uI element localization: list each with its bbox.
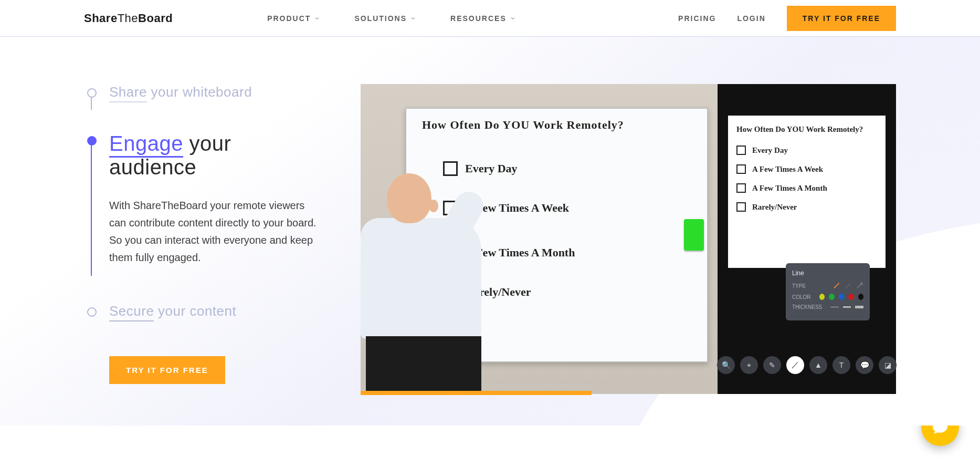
nav-resources[interactable]: RESOURCES xyxy=(450,14,516,23)
popover-thickness-row: THICKNESS xyxy=(792,304,863,310)
eraser-tool-icon[interactable]: ◪ xyxy=(879,356,897,374)
digital-whiteboard: How Often Do YOU Work Remotely? Every Da… xyxy=(728,116,886,268)
app-preview: How Often Do YOU Work Remotely? Every Da… xyxy=(718,84,896,394)
timeline-engage-body: With ShareTheBoard your remote viewers c… xyxy=(109,197,319,266)
timeline-secure[interactable]: Secure your content xyxy=(84,303,324,319)
digital-question: How Often Do YOU Work Remotely? xyxy=(736,125,877,134)
color-swatch[interactable] xyxy=(829,294,834,300)
color-swatch[interactable] xyxy=(858,294,863,300)
customer-stories-section: CUSTOMER STORIES xyxy=(0,426,980,467)
nav-product[interactable]: PRODUCT xyxy=(267,14,320,23)
line-dash-icon[interactable] xyxy=(845,282,852,289)
comment-icon[interactable]: 💬 xyxy=(856,356,873,374)
target-icon[interactable]: ⌖ xyxy=(740,356,758,374)
digital-option-4: Rarely/Never xyxy=(736,202,877,212)
shapes-icon[interactable]: ▲ xyxy=(809,356,827,374)
chat-bubble-icon xyxy=(931,418,949,436)
nav-pricing[interactable]: PRICING xyxy=(678,14,716,23)
checkbox-icon xyxy=(736,202,746,212)
hero-media: How Often Do YOU Work Remotely? Every Da… xyxy=(361,84,896,394)
checkbox-icon xyxy=(736,146,746,155)
line-solid-icon[interactable] xyxy=(833,282,840,289)
nav-primary: PRODUCT SOLUTIONS RESOURCES xyxy=(267,14,516,23)
popover-title: Line xyxy=(792,269,863,277)
svg-line-1 xyxy=(846,283,851,288)
thickness-thick-icon[interactable] xyxy=(855,306,863,308)
nav-resources-label: RESOURCES xyxy=(450,14,507,23)
digital-option-2: A Few Times A Week xyxy=(736,164,877,174)
zoom-icon[interactable]: 🔍 xyxy=(717,356,735,374)
presenter-figure xyxy=(361,168,508,394)
timeline-connector xyxy=(91,146,92,276)
color-swatch[interactable] xyxy=(819,294,825,300)
hero-section: Share your whiteboard Engage your audien… xyxy=(0,37,980,426)
digital-option-1: Every Day xyxy=(736,146,877,155)
color-swatch[interactable] xyxy=(848,294,853,300)
top-nav: ShareTheBoard PRODUCT SOLUTIONS RESOURCE… xyxy=(0,0,980,37)
timeline-secure-title: Secure your content xyxy=(109,303,324,319)
nav-right: PRICING LOGIN TRY IT FOR FREE xyxy=(678,6,896,31)
nav-login[interactable]: LOGIN xyxy=(737,14,765,23)
svg-line-0 xyxy=(834,283,839,288)
logo-part3: Board xyxy=(138,12,173,25)
accent-bar xyxy=(361,391,592,395)
chat-launcher[interactable] xyxy=(921,408,959,446)
timeline-secure-accent: Secure xyxy=(109,303,154,321)
timeline-engage[interactable]: Engage your audience With ShareTheBoard … xyxy=(84,132,324,266)
text-tool-icon[interactable]: T xyxy=(833,356,850,374)
timeline-share-title: Share your whiteboard xyxy=(109,84,324,100)
toolbar: 🔍 ⌖ ✎ ／ ▲ T 💬 ◪ xyxy=(717,356,897,374)
timeline-share[interactable]: Share your whiteboard xyxy=(84,84,324,100)
chevron-down-icon xyxy=(410,15,416,22)
popover-color-row: COLOR xyxy=(792,294,863,300)
nav-product-label: PRODUCT xyxy=(267,14,311,23)
whiteboard-question: How Often Do YOU Work Remotely? xyxy=(422,118,624,132)
timeline-engage-accent: Engage xyxy=(109,132,183,158)
digital-option-3: A Few Times A Month xyxy=(736,183,877,193)
pen-icon[interactable]: ✎ xyxy=(763,356,781,374)
nav-cta-button[interactable]: TRY IT FOR FREE xyxy=(787,6,896,31)
popover-type-row: TYPE xyxy=(792,282,863,289)
checkbox-icon xyxy=(736,183,746,193)
timeline-secure-rest: your content xyxy=(154,303,236,319)
timeline-share-accent: Share xyxy=(109,84,147,102)
eraser-icon xyxy=(684,219,704,251)
line-arrow-icon[interactable] xyxy=(856,282,863,289)
logo-part2: The xyxy=(118,12,138,25)
timeline-connector xyxy=(91,98,92,110)
feature-timeline: Share your whiteboard Engage your audien… xyxy=(84,84,324,394)
checkbox-icon xyxy=(736,164,746,174)
svg-line-2 xyxy=(857,283,862,288)
line-tool-icon[interactable]: ／ xyxy=(786,356,804,374)
chevron-down-icon xyxy=(510,15,516,22)
line-tool-popover: Line TYPE COLOR xyxy=(786,263,870,320)
nav-solutions[interactable]: SOLUTIONS xyxy=(354,14,416,23)
logo[interactable]: ShareTheBoard xyxy=(84,12,173,25)
color-swatch[interactable] xyxy=(839,294,844,300)
hero-cta-button[interactable]: TRY IT FOR FREE xyxy=(109,356,225,384)
logo-part1: Share xyxy=(84,12,118,25)
thickness-thin-icon[interactable] xyxy=(830,307,839,307)
timeline-share-rest: your whiteboard xyxy=(147,84,252,100)
hero-photo: How Often Do YOU Work Remotely? Every Da… xyxy=(361,84,718,394)
nav-solutions-label: SOLUTIONS xyxy=(354,14,407,23)
thickness-med-icon[interactable] xyxy=(843,306,851,308)
chevron-down-icon xyxy=(314,15,320,22)
timeline-engage-title: Engage your audience xyxy=(109,132,324,179)
